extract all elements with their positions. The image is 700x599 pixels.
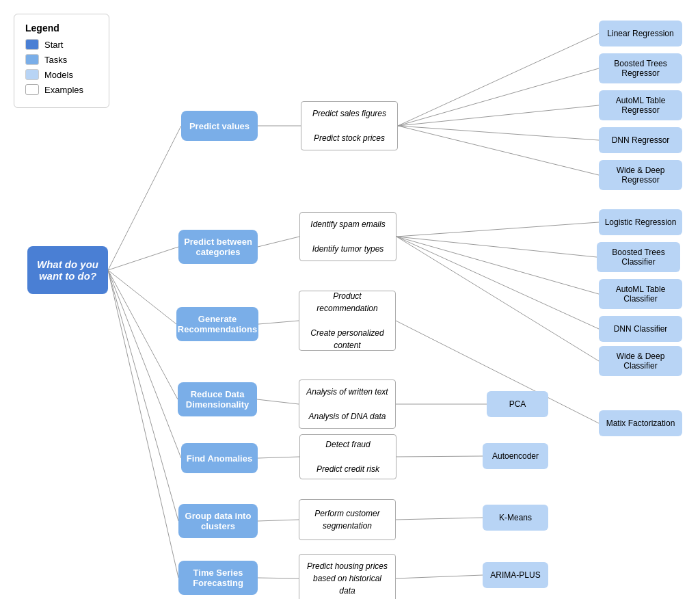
legend-label-examples: Examples — [44, 85, 83, 95]
task-group-clusters-label: Group data intoclusters — [185, 511, 252, 531]
svg-line-0 — [108, 126, 181, 270]
model-boosted-trees-cls-label: Boosted TreesClassifier — [612, 248, 664, 267]
legend-label-start: Start — [44, 40, 63, 50]
model-dnn-reg-label: DNN Regressor — [612, 135, 670, 145]
svg-line-28 — [396, 575, 483, 578]
model-arima[interactable]: ARIMA-PLUS — [483, 562, 548, 588]
model-boosted-trees-reg-label: Boosted TreesRegressor — [614, 59, 667, 78]
legend-label-tasks: Tasks — [44, 55, 67, 65]
model-wide-deep-reg[interactable]: Wide & DeepRegressor — [599, 160, 682, 190]
start-label: What do you want to do? — [33, 258, 103, 282]
example-predict-between-text: Identify spam emailsIdentify tumor types — [310, 218, 385, 255]
model-wide-deep-cls[interactable]: Wide & DeepClassifier — [599, 346, 682, 376]
task-predict-values[interactable]: Predict values — [181, 111, 258, 141]
example-reduce-dim-text: Analysis of written textAnalysis of DNA … — [306, 386, 388, 423]
task-time-series[interactable]: Time SeriesForecasting — [178, 561, 258, 595]
model-logistic-reg[interactable]: Logistic Regression — [599, 209, 682, 235]
task-reduce-dim[interactable]: Reduce DataDimensionality — [178, 382, 257, 416]
example-time-series: Predict housing pricesbased on historica… — [299, 554, 396, 599]
legend-item-models: Models — [25, 69, 98, 80]
example-time-series-text: Predict housing pricesbased on historica… — [307, 560, 388, 597]
example-anomalies-text: Detect fraudPredict credit risk — [317, 438, 379, 475]
svg-line-22 — [396, 237, 599, 329]
legend-color-tasks — [25, 54, 39, 65]
svg-line-10 — [257, 399, 299, 404]
model-automl-cls-label: AutoML TableClassifier — [616, 284, 666, 304]
model-dnn-cls[interactable]: DNN Classifier — [599, 316, 682, 342]
model-linear-reg-label: Linear Regression — [607, 29, 673, 38]
example-predict-between: Identify spam emailsIdentify tumor types — [299, 212, 396, 261]
example-generate-rec-text: ProductrecommendationCreate personalized… — [310, 290, 383, 351]
task-find-anomalies-label: Find Anomalies — [187, 453, 252, 464]
legend-color-examples — [25, 84, 39, 95]
svg-line-5 — [108, 270, 178, 521]
example-clusters-text: Perform customersegmentation — [314, 507, 379, 532]
model-boosted-trees-reg[interactable]: Boosted TreesRegressor — [599, 53, 682, 83]
svg-line-15 — [398, 68, 599, 126]
example-anomalies: Detect fraudPredict credit risk — [299, 434, 396, 479]
model-pca-label: PCA — [509, 399, 526, 409]
legend-item-tasks: Tasks — [25, 54, 98, 65]
svg-line-8 — [258, 237, 299, 247]
svg-line-3 — [108, 270, 178, 399]
svg-line-1 — [108, 247, 178, 270]
task-predict-between[interactable]: Predict betweencategories — [178, 230, 258, 264]
example-generate-rec: ProductrecommendationCreate personalized… — [299, 291, 396, 351]
task-reduce-dim-label: Reduce DataDimensionality — [186, 389, 249, 410]
example-predict-values: Predict sales figuresPredict stock price… — [301, 101, 398, 150]
svg-line-14 — [398, 34, 599, 126]
task-generate-rec[interactable]: GenerateRecommendations — [176, 307, 258, 341]
model-logistic-reg-label: Logistic Regression — [605, 217, 677, 227]
model-linear-reg[interactable]: Linear Regression — [599, 21, 682, 46]
task-predict-values-label: Predict values — [189, 121, 250, 131]
model-boosted-trees-cls[interactable]: Boosted TreesClassifier — [597, 242, 680, 272]
svg-line-9 — [258, 321, 299, 324]
legend-title: Legend — [25, 23, 98, 34]
svg-line-12 — [258, 520, 299, 521]
task-time-series-label: Time SeriesForecasting — [193, 568, 243, 588]
svg-line-26 — [396, 456, 483, 457]
svg-line-11 — [258, 457, 299, 458]
svg-line-21 — [396, 237, 599, 294]
model-wide-deep-reg-label: Wide & DeepRegressor — [617, 165, 665, 185]
model-automl-cls[interactable]: AutoML TableClassifier — [599, 279, 682, 309]
legend-item-examples: Examples — [25, 84, 98, 95]
example-clusters: Perform customersegmentation — [299, 499, 396, 540]
start-node: What do you want to do? — [27, 246, 108, 294]
task-find-anomalies[interactable]: Find Anomalies — [181, 443, 258, 473]
model-automl-reg-label: AutoML TableRegressor — [616, 96, 666, 115]
model-matrix-fact[interactable]: Matix Factorization — [599, 410, 682, 436]
legend-label-models: Models — [44, 70, 73, 80]
model-matrix-fact-label: Matix Factorization — [606, 418, 675, 428]
task-predict-between-label: Predict betweencategories — [184, 237, 252, 257]
svg-line-23 — [396, 237, 599, 361]
model-autoencoder-label: Autoencoder — [492, 451, 539, 461]
model-kmeans[interactable]: K-Means — [483, 505, 548, 531]
legend: Legend Start Tasks Models Examples — [14, 14, 109, 108]
svg-line-27 — [396, 518, 483, 520]
model-arima-label: ARIMA-PLUS — [490, 570, 540, 580]
svg-line-20 — [396, 237, 597, 257]
example-predict-values-text: Predict sales figuresPredict stock price… — [312, 107, 386, 144]
task-generate-rec-label: GenerateRecommendations — [178, 314, 257, 334]
model-dnn-reg[interactable]: DNN Regressor — [599, 127, 682, 153]
model-wide-deep-cls-label: Wide & DeepClassifier — [617, 351, 665, 371]
legend-color-start — [25, 39, 39, 50]
model-automl-reg[interactable]: AutoML TableRegressor — [599, 90, 682, 120]
legend-color-models — [25, 69, 39, 80]
svg-line-16 — [398, 105, 599, 126]
svg-line-13 — [258, 578, 299, 578]
model-pca[interactable]: PCA — [487, 391, 548, 417]
legend-item-start: Start — [25, 39, 98, 50]
model-autoencoder[interactable]: Autoencoder — [483, 443, 548, 469]
svg-line-19 — [396, 222, 599, 237]
model-kmeans-label: K-Means — [499, 513, 532, 522]
task-group-clusters[interactable]: Group data intoclusters — [178, 504, 258, 538]
example-reduce-dim: Analysis of written textAnalysis of DNA … — [299, 380, 396, 429]
model-dnn-cls-label: DNN Classifier — [614, 324, 668, 334]
